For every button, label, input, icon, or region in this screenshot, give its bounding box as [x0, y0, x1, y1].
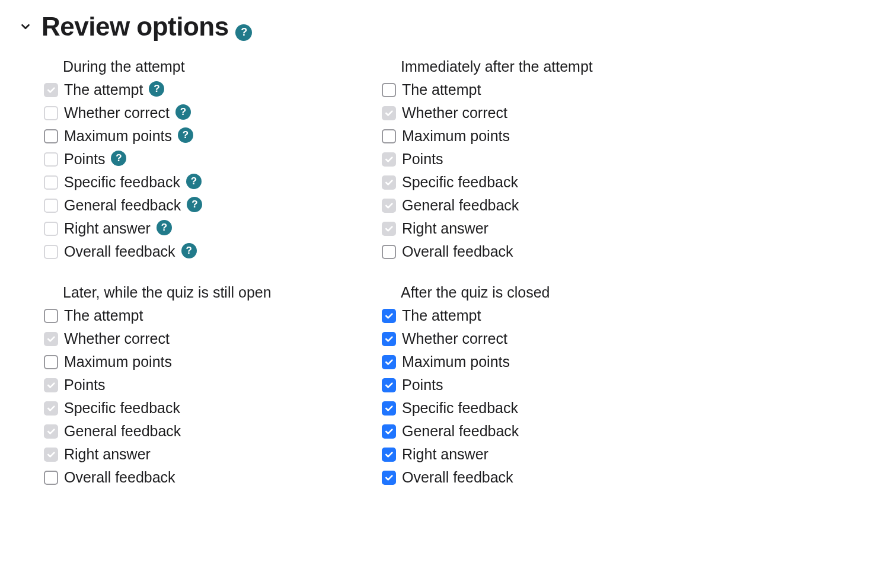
help-icon[interactable]: ? [149, 81, 164, 97]
checkbox[interactable] [44, 332, 58, 346]
review-options-columns: During the attemptThe attempt?Whether co… [44, 58, 876, 510]
option-label[interactable]: Whether correct [64, 104, 170, 122]
checkbox[interactable] [382, 83, 396, 97]
option-label[interactable]: Specific feedback [64, 174, 180, 191]
help-icon[interactable]: ? [186, 174, 202, 189]
review-option-row: Specific feedback? [44, 174, 382, 191]
checkbox[interactable] [382, 471, 396, 485]
help-icon[interactable]: ? [178, 127, 193, 143]
review-option-row: Points [44, 376, 382, 394]
option-label[interactable]: The attempt [64, 307, 143, 324]
help-icon[interactable]: ? [181, 243, 197, 258]
review-option-row: Maximum points [382, 353, 720, 370]
option-label[interactable]: General feedback [64, 197, 181, 214]
review-option-row: The attempt [382, 307, 720, 324]
option-label[interactable]: Points [402, 151, 443, 168]
checkbox[interactable] [44, 355, 58, 369]
review-option-row: General feedback [44, 423, 382, 440]
review-option-row: The attempt [44, 307, 382, 324]
help-icon[interactable]: ? [235, 24, 252, 41]
review-option-row: Points [382, 151, 720, 168]
option-label[interactable]: Specific feedback [64, 400, 180, 417]
checkbox[interactable] [44, 448, 58, 462]
checkbox[interactable] [382, 152, 396, 167]
checkbox[interactable] [44, 106, 58, 120]
checkbox[interactable] [44, 129, 58, 143]
review-group-later: Later, while the quiz is still openThe a… [44, 284, 382, 486]
review-group-closed: After the quiz is closedThe attemptWheth… [382, 284, 720, 486]
option-label[interactable]: Overall feedback [402, 469, 513, 486]
review-option-row: Maximum points [382, 127, 720, 145]
help-icon[interactable]: ? [111, 151, 126, 166]
checkbox[interactable] [382, 355, 396, 369]
option-label[interactable]: Whether correct [64, 330, 170, 347]
option-label[interactable]: General feedback [64, 423, 181, 440]
review-option-row: Overall feedback [44, 469, 382, 486]
chevron-down-icon[interactable] [18, 19, 33, 34]
review-option-row: Whether correct? [44, 104, 382, 122]
option-label[interactable]: General feedback [402, 197, 519, 214]
option-label[interactable]: The attempt [402, 81, 481, 98]
checkbox[interactable] [44, 152, 58, 167]
option-label[interactable]: Overall feedback [64, 243, 175, 260]
review-option-row: Specific feedback [382, 174, 720, 191]
option-label[interactable]: Overall feedback [402, 243, 513, 260]
option-label[interactable]: Maximum points [64, 353, 172, 370]
review-group-title: During the attempt [63, 58, 382, 75]
option-label[interactable]: Right answer [402, 446, 488, 463]
checkbox[interactable] [382, 222, 396, 236]
checkbox[interactable] [382, 106, 396, 120]
checkbox[interactable] [382, 245, 396, 259]
option-label[interactable]: Maximum points [402, 127, 510, 145]
section-title-text: Review options [41, 12, 229, 41]
option-label[interactable]: Right answer [402, 220, 488, 237]
checkbox[interactable] [382, 448, 396, 462]
checkbox[interactable] [44, 83, 58, 97]
option-label[interactable]: The attempt [64, 81, 143, 98]
option-label[interactable]: Points [402, 376, 443, 394]
option-label[interactable]: Right answer [64, 446, 151, 463]
checkbox[interactable] [44, 245, 58, 259]
section-title: Review options ? [41, 12, 252, 41]
section-header: Review options ? [18, 12, 876, 41]
review-option-row: Right answer [44, 446, 382, 463]
checkbox[interactable] [44, 175, 58, 190]
option-label[interactable]: Specific feedback [402, 174, 518, 191]
checkbox[interactable] [44, 199, 58, 213]
checkbox[interactable] [382, 378, 396, 392]
review-option-row: Specific feedback [382, 400, 720, 417]
option-label[interactable]: Points [64, 151, 105, 168]
option-label[interactable]: Right answer [64, 220, 151, 237]
checkbox[interactable] [382, 199, 396, 213]
checkbox[interactable] [44, 401, 58, 416]
checkbox[interactable] [382, 332, 396, 346]
option-label[interactable]: Maximum points [402, 353, 510, 370]
checkbox[interactable] [44, 222, 58, 236]
option-label[interactable]: Whether correct [402, 330, 507, 347]
checkbox[interactable] [44, 378, 58, 392]
help-icon[interactable]: ? [157, 220, 172, 235]
review-group-title: After the quiz is closed [401, 284, 720, 301]
checkbox[interactable] [382, 129, 396, 143]
checkbox[interactable] [382, 401, 396, 416]
checkbox[interactable] [382, 424, 396, 439]
checkbox[interactable] [44, 309, 58, 323]
checkbox[interactable] [382, 175, 396, 190]
help-icon[interactable]: ? [175, 104, 191, 120]
option-label[interactable]: Specific feedback [402, 400, 518, 417]
option-label[interactable]: Overall feedback [64, 469, 175, 486]
option-label[interactable]: General feedback [402, 423, 519, 440]
option-label[interactable]: Whether correct [402, 104, 507, 122]
review-option-row: The attempt [382, 81, 720, 98]
checkbox[interactable] [382, 309, 396, 323]
checkbox[interactable] [44, 424, 58, 439]
option-label[interactable]: Maximum points [64, 127, 172, 145]
checkbox[interactable] [44, 471, 58, 485]
option-label[interactable]: The attempt [402, 307, 481, 324]
review-option-row: General feedback [382, 423, 720, 440]
review-option-row: Points [382, 376, 720, 394]
review-option-row: Whether correct [382, 330, 720, 347]
option-label[interactable]: Points [64, 376, 105, 394]
review-option-row: Specific feedback [44, 400, 382, 417]
help-icon[interactable]: ? [187, 197, 202, 212]
